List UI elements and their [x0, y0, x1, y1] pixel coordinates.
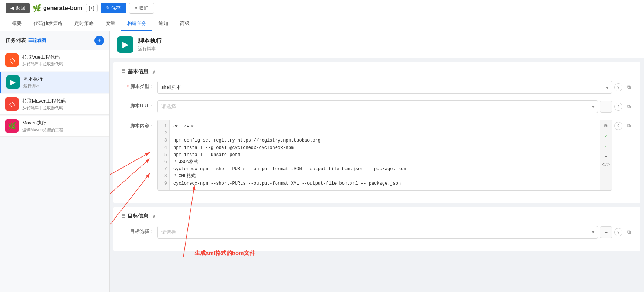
- script-url-label: 脚本URL：: [121, 100, 154, 109]
- script-url-dropdown-arrow[interactable]: ▾: [589, 101, 598, 113]
- plugin-subtitle: 运行脚本: [138, 46, 162, 52]
- target-copy-icon[interactable]: ⧉: [625, 228, 633, 236]
- task-icon-pull-maven: ◇: [5, 97, 19, 111]
- nav-tabs: 概要 代码触发策略 定时策略 变量 构建任务 通知 高级: [0, 16, 644, 31]
- back-button[interactable]: ◀ 返回: [6, 3, 30, 13]
- project-icon: 🌿: [33, 4, 41, 12]
- target-dropdown-arrow[interactable]: ▾: [589, 226, 598, 238]
- project-title: 🌿 generate-bom: [33, 4, 83, 12]
- basic-info-section: ⠿ 基本信息 ∧ 脚本类型： shell脚本 ▾ ? ⧉ 脚本URL：: [113, 62, 640, 203]
- target-help-icon[interactable]: ?: [614, 228, 622, 236]
- target-select-placeholder: 请选择: [158, 226, 589, 238]
- script-type-dropdown-arrow[interactable]: ▾: [603, 81, 612, 93]
- tab-schedule[interactable]: 定时策略: [68, 16, 100, 31]
- target-add-button[interactable]: +: [600, 226, 612, 238]
- save-button[interactable]: ✎ 保存: [101, 3, 126, 13]
- code-content[interactable]: cd ./vue npm config set registry https:/…: [170, 120, 600, 190]
- section-title: 基本信息: [128, 68, 148, 75]
- script-type-row: 脚本类型： shell脚本 ▾ ? ⧉: [121, 81, 633, 94]
- script-url-select-wrapper[interactable]: 请选择 ▾: [157, 100, 598, 113]
- tab-code-trigger[interactable]: 代码触发策略: [28, 16, 68, 31]
- tab-notification[interactable]: 通知: [152, 16, 174, 31]
- target-select-row: 目标选择： 请选择 ▾ + ? ⧉: [121, 226, 633, 239]
- plugin-header: ▶ 脚本执行 运行脚本: [110, 31, 644, 58]
- script-type-select-wrapper[interactable]: shell脚本 ▾: [157, 81, 612, 94]
- svg-line-2: [110, 159, 150, 201]
- task-desc-pull-vue: 从代码库中拉取源代码: [22, 61, 104, 67]
- target-collapse-icon[interactable]: ∧: [152, 213, 156, 219]
- task-item-script-exec[interactable]: ▶ 脚本执行 运行脚本: [0, 72, 109, 93]
- tab-advanced[interactable]: 高级: [174, 16, 196, 31]
- task-name-maven-exec: Maven执行: [22, 120, 104, 126]
- script-type-label: 脚本类型：: [121, 81, 154, 90]
- sidebar: 任务列表 ☰流程图 + ◇ 拉取Vue工程代码 从代码库中拉取源代码 ▶ 脚本执…: [0, 31, 110, 292]
- add-task-button[interactable]: +: [94, 36, 104, 45]
- target-info-section: ⠿ 目标信息 ∧ 目标选择： 请选择 ▾ + ? ⧉: [113, 207, 640, 251]
- flow-diagram-link[interactable]: ☰流程图: [28, 38, 46, 44]
- code-editor[interactable]: 1 2 3 4 5 6 7 8 9 cd ./vue npm config se…: [157, 120, 612, 191]
- target-select-wrapper[interactable]: 请选择 ▾: [157, 226, 598, 239]
- script-content-help-icon[interactable]: ?: [614, 122, 622, 130]
- task-icon-maven-exec: 🌿: [5, 119, 19, 133]
- script-type-help-icon[interactable]: ?: [614, 83, 622, 91]
- tab-build-tasks[interactable]: 构建任务: [121, 16, 152, 31]
- svg-line-1: [110, 152, 150, 185]
- task-name-pull-vue: 拉取Vue工程代码: [22, 54, 104, 61]
- task-icon-pull-vue: ◇: [5, 53, 19, 67]
- task-desc-maven-exec: 编译Maven类型的工程: [22, 127, 104, 133]
- script-content-label: 脚本内容：: [121, 120, 154, 129]
- copy-code-icon[interactable]: ⧉: [602, 122, 610, 130]
- task-name-script-exec: 脚本执行: [23, 76, 104, 82]
- target-section-title: 目标信息: [128, 213, 148, 220]
- script-url-placeholder: 请选择: [158, 101, 589, 113]
- code-sidebar: ⧉ ✓ ✓ ☁ </>: [600, 120, 612, 190]
- content-area: ▶ 脚本执行 运行脚本 ⠿ 基本信息 ∧ 脚本类型： shell脚本 ▾: [110, 31, 644, 292]
- sidebar-header: 任务列表 ☰流程图 +: [0, 31, 109, 50]
- tab-variables[interactable]: 变量: [100, 16, 121, 31]
- script-type-value: shell脚本: [158, 81, 603, 93]
- plugin-icon: ▶: [117, 36, 133, 53]
- script-content-copy-icon[interactable]: ⧉: [625, 122, 633, 130]
- basic-info-header[interactable]: ⠿ 基本信息 ∧: [121, 68, 633, 75]
- back-arrow-icon: ◀: [10, 5, 14, 11]
- check-icon-1[interactable]: ✓: [602, 132, 610, 140]
- script-url-add-button[interactable]: +: [600, 101, 612, 113]
- task-list-title: 任务列表: [5, 37, 26, 44]
- task-name-pull-maven: 拉取Maven工程代码: [22, 98, 104, 104]
- target-info-header[interactable]: ⠿ 目标信息 ∧: [121, 213, 633, 220]
- task-desc-pull-maven: 从代码库中拉取源代码: [22, 105, 104, 111]
- task-icon-script-exec: ▶: [6, 75, 20, 89]
- script-url-copy-icon[interactable]: ⧉: [625, 103, 633, 111]
- script-url-help-icon[interactable]: ?: [614, 103, 622, 111]
- target-section-icon: ⠿: [121, 213, 125, 220]
- script-url-row: 脚本URL： 请选择 ▾ + ? ⧉: [121, 100, 633, 113]
- task-item-pull-vue[interactable]: ◇ 拉取Vue工程代码 从代码库中拉取源代码: [0, 50, 109, 71]
- task-desc-script-exec: 运行脚本: [23, 83, 104, 89]
- script-type-copy-icon[interactable]: ⧉: [625, 83, 633, 91]
- section-icon: ⠿: [121, 68, 125, 75]
- cloud-icon[interactable]: ☁: [602, 151, 610, 159]
- plugin-title: 脚本执行: [138, 37, 162, 45]
- collapse-icon[interactable]: ∧: [152, 69, 156, 75]
- line-numbers: 1 2 3 4 5 6 7 8 9: [158, 120, 170, 190]
- top-bar: ◀ 返回 🌿 generate-bom [+] ✎ 保存 × 取消: [0, 0, 644, 16]
- task-item-pull-maven[interactable]: ◇ 拉取Maven工程代码 从代码库中拉取源代码: [0, 94, 109, 115]
- tab-overview[interactable]: 概要: [6, 16, 28, 31]
- script-content-row: 脚本内容： 1 2 3 4 5 6 7 8: [121, 120, 633, 191]
- check-icon-2[interactable]: ✓: [602, 142, 610, 150]
- add-tab-button[interactable]: [+]: [86, 4, 98, 12]
- task-item-maven-exec[interactable]: 🌿 Maven执行 编译Maven类型的工程: [0, 116, 109, 137]
- code-format-icon[interactable]: </>: [602, 161, 610, 169]
- main-layout: 任务列表 ☰流程图 + ◇ 拉取Vue工程代码 从代码库中拉取源代码 ▶ 脚本执…: [0, 31, 644, 292]
- target-select-label: 目标选择：: [121, 226, 154, 235]
- cancel-button[interactable]: × 取消: [129, 3, 154, 14]
